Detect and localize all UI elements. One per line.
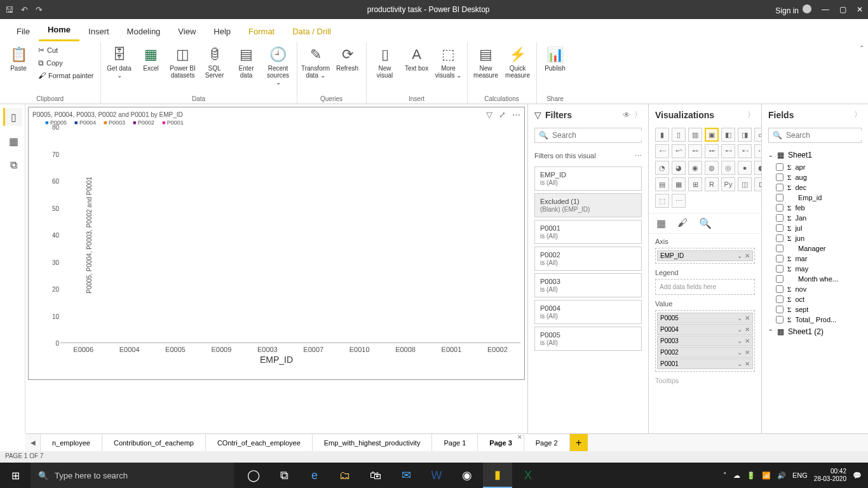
field-item[interactable]: ΣJan <box>762 213 868 223</box>
menu-modeling[interactable]: Modeling <box>118 22 170 41</box>
cut-button[interactable]: ✂Cut <box>36 44 97 56</box>
undo-icon[interactable]: ↶ <box>21 5 28 15</box>
field-item[interactable]: Σsept <box>762 304 868 315</box>
collapse-filters-icon[interactable]: 〉 <box>634 109 642 120</box>
tab-nav-prev[interactable]: ◀ <box>25 434 41 451</box>
maximize-icon[interactable]: ▢ <box>839 5 846 14</box>
viz-type-icon[interactable]: ▥ <box>688 128 702 142</box>
chart-visual[interactable]: P0005, P0004, P0003, P0002 and P0001 by … <box>28 107 525 380</box>
axis-well[interactable]: EMP_ID⌄✕ <box>655 248 755 264</box>
chevron-down-icon[interactable]: ⌄ <box>737 252 742 259</box>
remove-icon[interactable]: ✕ <box>745 252 750 259</box>
notifications-icon[interactable]: 💬 <box>853 471 862 480</box>
viz-type-icon[interactable]: Py <box>721 177 735 191</box>
save-icon[interactable]: 🖫 <box>5 5 13 15</box>
page-tab[interactable]: Contribution_of_eachemp <box>102 434 206 451</box>
menu-insert[interactable]: Insert <box>79 22 118 41</box>
model-view-icon[interactable]: ⧉ <box>3 156 22 174</box>
menu-format[interactable]: Format <box>240 22 283 41</box>
field-item[interactable]: Emp_id <box>762 193 868 203</box>
text-box-button[interactable]: AText box <box>402 44 431 73</box>
remove-icon[interactable]: ✕ <box>745 326 750 333</box>
legend-item[interactable]: P0002 <box>133 119 154 126</box>
chevron-down-icon[interactable]: ⌄ <box>737 349 742 356</box>
fields-search-input[interactable] <box>786 131 868 140</box>
filters-search-input[interactable] <box>552 131 648 140</box>
viz-type-icon[interactable]: ▣ <box>705 128 719 142</box>
field-pill[interactable]: P0004⌄✕ <box>657 324 753 335</box>
filters-section-more-icon[interactable]: ⋯ <box>635 152 642 160</box>
field-item[interactable]: Σjun <box>762 233 868 243</box>
wifi-icon[interactable]: 📶 <box>762 471 771 480</box>
field-item[interactable]: ΣTotal_ Prod... <box>762 315 868 325</box>
refresh-button[interactable]: ⟳Refresh <box>333 44 362 73</box>
filter-card[interactable]: P0005is (All) <box>534 327 642 351</box>
start-button[interactable]: ⊞ <box>0 470 31 482</box>
report-canvas[interactable]: P0005, P0004, P0003, P0002 and P0001 by … <box>25 104 527 433</box>
field-item[interactable]: Σapr <box>762 162 868 172</box>
menu-home[interactable]: Home <box>39 20 79 41</box>
field-checkbox[interactable] <box>776 184 783 191</box>
enter-data-button[interactable]: ▤Enter data <box>232 44 261 80</box>
filter-card[interactable]: EMP_IDis (All) <box>534 166 642 191</box>
mail-icon[interactable]: ✉ <box>391 463 421 488</box>
legend-item[interactable]: P0004 <box>74 119 96 126</box>
report-view-icon[interactable]: ▯ <box>3 108 22 126</box>
add-page-button[interactable]: + <box>570 434 588 451</box>
filter-card[interactable]: Excluded (1)(Blank) (EMP_ID) <box>534 193 642 217</box>
tray-chevron-icon[interactable]: ˄ <box>723 471 727 480</box>
value-well[interactable]: P0005⌄✕P0004⌄✕P0003⌄✕P0002⌄✕P0001⌄✕ <box>655 310 755 372</box>
field-item[interactable]: Σdec <box>762 182 868 193</box>
collapse-viz-icon[interactable]: 〉 <box>747 109 755 120</box>
paste-button[interactable]: 📋Paste <box>4 44 33 73</box>
word-icon[interactable]: W <box>422 463 451 488</box>
page-tab[interactable]: Emp_with_highest_productivity <box>313 434 433 451</box>
viz-type-icon[interactable]: ⬵ <box>705 144 719 158</box>
sql-server-button[interactable]: 🛢SQL Server <box>200 44 229 80</box>
field-item[interactable]: Manager <box>762 243 868 254</box>
chevron-down-icon[interactable]: ⌄ <box>737 326 742 333</box>
fields-search[interactable]: 🔍 <box>768 128 862 143</box>
field-checkbox[interactable] <box>776 194 783 201</box>
data-view-icon[interactable]: ▦ <box>3 132 22 150</box>
viz-type-icon[interactable]: R <box>705 177 719 191</box>
volume-icon[interactable]: 🔊 <box>777 471 786 480</box>
chevron-down-icon[interactable]: ⌄ <box>737 315 742 322</box>
viz-type-icon[interactable]: ◉ <box>688 161 702 175</box>
field-item[interactable]: Σoct <box>762 294 868 304</box>
field-item[interactable]: Σmar <box>762 254 868 264</box>
field-checkbox[interactable] <box>776 173 783 181</box>
table-sheet1[interactable]: ⌄▦Sheet1 <box>762 148 868 162</box>
store-icon[interactable]: 🛍 <box>361 463 390 488</box>
field-checkbox[interactable] <box>776 234 783 242</box>
menu-file[interactable]: File <box>8 22 39 41</box>
format-painter-button[interactable]: 🖌Format painter <box>36 70 97 81</box>
remove-icon[interactable]: ✕ <box>745 349 750 356</box>
remove-icon[interactable]: ✕ <box>745 360 750 367</box>
new-visual-button[interactable]: ▯New visual <box>370 44 400 80</box>
field-item[interactable]: Σaug <box>762 172 868 182</box>
ribbon-collapse-icon[interactable]: ⌃ <box>859 44 864 51</box>
field-checkbox[interactable] <box>776 255 783 262</box>
field-item[interactable]: Σnov <box>762 284 868 294</box>
copy-button[interactable]: ⧉Copy <box>36 57 97 69</box>
recent-sources-button[interactable]: 🕘Recent sources ⌄ <box>264 44 293 87</box>
excel-taskbar-icon[interactable]: X <box>513 463 543 488</box>
field-checkbox[interactable] <box>776 285 783 293</box>
chevron-down-icon[interactable]: ⌄ <box>737 360 742 367</box>
onedrive-icon[interactable]: ☁ <box>733 471 740 480</box>
field-pill[interactable]: P0005⌄✕ <box>657 313 753 323</box>
field-pill[interactable]: P0003⌄✕ <box>657 336 753 346</box>
explorer-icon[interactable]: 🗂 <box>330 463 360 488</box>
table-sheet1-2[interactable]: ⌃▦Sheet1 (2) <box>762 325 868 339</box>
filters-search[interactable]: 🔍 <box>534 128 642 143</box>
taskbar-search[interactable]: 🔍Type here to search <box>31 463 234 488</box>
taskview-icon[interactable]: ⧉ <box>269 463 299 488</box>
filter-card[interactable]: P0001is (All) <box>534 220 642 244</box>
minimize-icon[interactable]: — <box>822 5 829 14</box>
field-checkbox[interactable] <box>776 224 783 232</box>
field-checkbox[interactable] <box>776 275 783 283</box>
viz-type-icon[interactable]: ▮ <box>655 128 669 142</box>
legend-item[interactable]: P0003 <box>104 119 125 126</box>
field-checkbox[interactable] <box>776 265 783 273</box>
